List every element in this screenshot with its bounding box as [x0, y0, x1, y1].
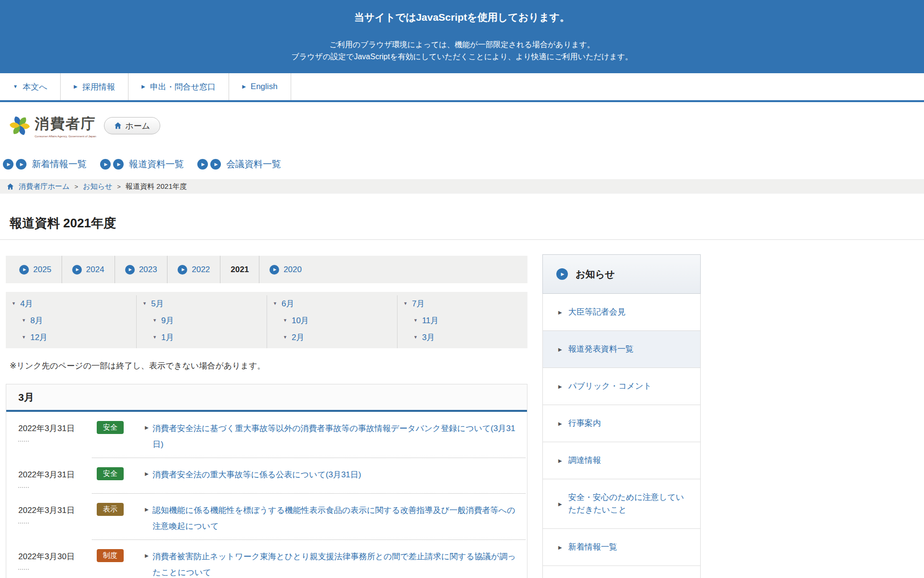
month-row: ▼ 1月: [137, 329, 267, 346]
month-link-apr[interactable]: 4月: [20, 298, 33, 309]
triangle-down-icon: ▼: [283, 318, 287, 323]
nav-item-recruitment[interactable]: ▶ 採用情報: [61, 73, 128, 100]
year-tabs: ▶ 2025 ▶ 2024 ▶ 2023 ▶ 2022 2021 ▶ 2020: [6, 256, 527, 283]
sidebar-item-procurement[interactable]: ▶ 調達情報: [543, 442, 700, 479]
news-link[interactable]: 認知機能に係る機能性を標ぼうする機能性表示食品の表示に関する改善指導及び一般消費…: [153, 502, 520, 534]
triangle-right-icon: ▶: [145, 502, 153, 534]
news-link[interactable]: 消費者安全法に基づく重大事故等以外の消費者事故等の事故情報データバンク登録につい…: [153, 420, 520, 452]
play-glyph: ▶: [561, 272, 565, 276]
quick-link-new-info[interactable]: ▶ ▶ 新着情報一覧: [3, 158, 87, 171]
quick-link-press-materials[interactable]: ▶ ▶ 報道資料一覧: [100, 158, 184, 171]
sidebar-item-label: 新着情報一覧: [568, 541, 617, 553]
news-date: 2022年3月30日: [18, 549, 97, 578]
nav-item-english[interactable]: ▶ English: [229, 73, 291, 100]
sidebar-item-press-conference[interactable]: ▶ 大臣等記者会見: [543, 294, 700, 331]
month-row: ▼ 3月: [398, 329, 527, 346]
news-date: 2022年3月31日: [18, 467, 97, 488]
nav-item-inquiry[interactable]: ▶ 申出・問合せ窓口: [128, 73, 229, 100]
year-tab-2022[interactable]: ▶ 2022: [167, 256, 220, 283]
sidebar-item-label: 大臣等記者会見: [568, 306, 626, 318]
triangle-right-icon: ▶: [558, 347, 562, 352]
triangle-down-icon: ▼: [153, 318, 157, 323]
play-circle-icon: ▶: [100, 159, 111, 170]
js-notice-banner: 当サイトではJavaScriptを使用しております。 ご利用のブラウザ環境によっ…: [0, 0, 924, 73]
breadcrumb-separator: >: [117, 183, 121, 190]
news-date: 2022年3月31日: [18, 420, 97, 452]
play-circle-icon: ▶: [16, 159, 26, 170]
year-tab-2024[interactable]: ▶ 2024: [62, 256, 115, 283]
agency-logo[interactable]: 消費者庁 Consumer Affairs Agency, Government…: [9, 114, 96, 138]
agency-name-block: 消費者庁 Consumer Affairs Agency, Government…: [35, 114, 96, 138]
play-glyph: ▶: [117, 162, 121, 167]
triangle-right-icon: ▶: [558, 501, 562, 507]
play-glyph: ▶: [20, 162, 24, 167]
breadcrumb-link-news[interactable]: お知らせ: [83, 182, 112, 191]
year-tab-label: 2025: [33, 265, 51, 275]
triangle-right-icon: ▶: [558, 421, 562, 426]
year-tab-2025[interactable]: ▶ 2025: [9, 256, 62, 283]
play-circle-icon: ▶: [72, 265, 82, 275]
category-badge: 制度: [97, 549, 124, 562]
month-link-feb[interactable]: 2月: [292, 332, 304, 343]
quick-links-bar: ▶ ▶ 新着情報一覧 ▶ ▶ 報道資料一覧 ▶ ▶ 会議資料一覧: [0, 149, 924, 179]
month-link-oct[interactable]: 10月: [292, 315, 309, 326]
agency-name: 消費者庁: [35, 114, 96, 134]
sidebar-item-new-info-list[interactable]: ▶ 新着情報一覧: [543, 529, 700, 566]
sidebar-news: ▶ お知らせ ▶ 大臣等記者会見 ▶ 報道発表資料一覧 ▶ パブリック・コメント…: [542, 254, 701, 578]
home-icon: [114, 122, 122, 130]
breadcrumb-link-home[interactable]: 消費者庁ホーム: [19, 182, 70, 191]
sidebar-item-meetings-list[interactable]: ▶ 会議・研究会等一覧: [543, 566, 700, 578]
month-row: ▼ 7月: [398, 295, 527, 312]
month-link-aug[interactable]: 8月: [30, 315, 43, 326]
year-tab-2023[interactable]: ▶ 2023: [115, 256, 168, 283]
year-tab-2020[interactable]: ▶ 2020: [259, 256, 312, 283]
triangle-down-icon: ▼: [413, 318, 418, 323]
month-link-may[interactable]: 5月: [151, 298, 164, 309]
sidebar-item-events[interactable]: ▶ 行事案内: [543, 405, 700, 442]
triangle-down-icon: ▼: [283, 335, 287, 340]
play-glyph: ▶: [202, 162, 205, 167]
play-circle-icon: ▶: [19, 265, 29, 275]
quick-link-meeting-materials[interactable]: ▶ ▶ 会議資料一覧: [197, 158, 281, 171]
triangle-down-icon: ▼: [13, 84, 18, 89]
month-link-mar[interactable]: 3月: [422, 332, 435, 343]
news-link[interactable]: 消費者被害防止ネットワーク東海とひとり親支援法律事務所との間で差止請求に関する協…: [153, 549, 520, 578]
play-glyph: ▶: [104, 162, 108, 167]
triangle-right-icon: ▶: [145, 420, 153, 452]
play-circle-icon: ▶: [197, 159, 208, 170]
play-circle-icon: ▶: [125, 265, 135, 275]
triangle-right-icon: ▶: [74, 84, 77, 89]
play-glyph: ▶: [76, 267, 79, 272]
nav-item-main-content[interactable]: ▼ 本文へ: [0, 73, 61, 100]
sidebar-item-safety-notice[interactable]: ▶ 安全・安心のために注意していただきたいこと: [543, 479, 700, 529]
month-link-nov[interactable]: 11月: [422, 315, 439, 326]
news-row: 2022年3月31日 安全 ▶ 消費者安全法の重大事故等に係る公表について(3月…: [6, 458, 527, 494]
month-nav: ▼ 4月 ▼ 8月 ▼ 12月 ▼ 5月 ▼ 9: [6, 292, 527, 348]
march-heading: 3月: [6, 384, 527, 412]
sidebar-item-press-release-list[interactable]: ▶ 報道発表資料一覧: [543, 331, 700, 368]
nav-item-label: English: [251, 82, 278, 92]
triangle-down-icon: ▼: [12, 302, 16, 306]
month-link-dec[interactable]: 12月: [30, 332, 48, 343]
play-circle-icon: ▶: [210, 159, 221, 170]
breadcrumb: 消費者庁ホーム > お知らせ > 報道資料 2021年度: [0, 179, 924, 194]
js-notice-line2: ご利用のブラウザ環境によっては、機能が一部限定される場合があります。: [0, 39, 924, 50]
sidebar-item-public-comment[interactable]: ▶ パブリック・コメント: [543, 368, 700, 405]
home-button[interactable]: ホーム: [104, 117, 160, 134]
content-area: ▶ 2025 ▶ 2024 ▶ 2023 ▶ 2022 2021 ▶ 2020: [0, 240, 924, 578]
triangle-down-icon: ▼: [403, 302, 408, 306]
month-link-jul[interactable]: 7月: [412, 298, 424, 309]
sidebar-item-label: 行事案内: [568, 417, 601, 430]
site-header: 消費者庁 Consumer Affairs Agency, Government…: [0, 102, 924, 149]
month-column: ▼ 6月 ▼ 10月 ▼ 2月: [267, 295, 397, 348]
month-link-sep[interactable]: 9月: [161, 315, 174, 326]
month-row: ▼ 8月: [6, 312, 136, 329]
month-row: ▼ 2月: [267, 329, 397, 346]
play-circle-icon: ▶: [113, 159, 124, 170]
triangle-down-icon: ▼: [413, 335, 418, 340]
year-tab-label: 2022: [192, 265, 210, 275]
news-row: 2022年3月31日 表示 ▶ 認知機能に係る機能性を標ぼうする機能性表示食品の…: [6, 494, 527, 540]
month-link-jun[interactable]: 6月: [282, 298, 294, 309]
news-link[interactable]: 消費者安全法の重大事故等に係る公表について(3月31日): [153, 467, 520, 488]
month-link-jan[interactable]: 1月: [161, 332, 174, 343]
